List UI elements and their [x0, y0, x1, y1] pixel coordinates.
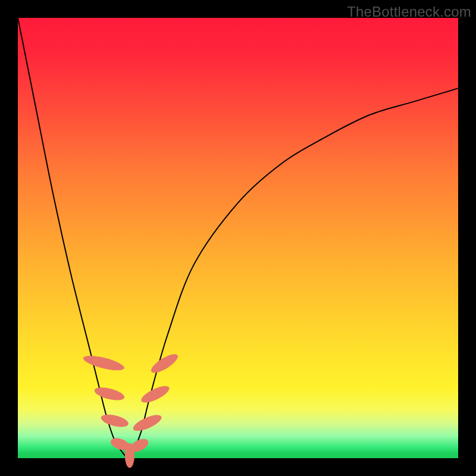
curve-marker: [82, 353, 126, 373]
watermark-text: TheBottleneck.com: [347, 4, 471, 20]
curve-marker: [100, 412, 130, 430]
curve-marker: [131, 412, 164, 434]
curve-marker: [149, 351, 180, 377]
curve-svg: [18, 18, 458, 458]
curve-marker: [93, 385, 126, 403]
curve-marker: [139, 383, 171, 406]
chart-frame: TheBottleneck.com: [0, 0, 476, 476]
bottleneck-curve: [18, 18, 458, 458]
curve-markers: [82, 351, 180, 468]
plot-area: [18, 18, 458, 458]
